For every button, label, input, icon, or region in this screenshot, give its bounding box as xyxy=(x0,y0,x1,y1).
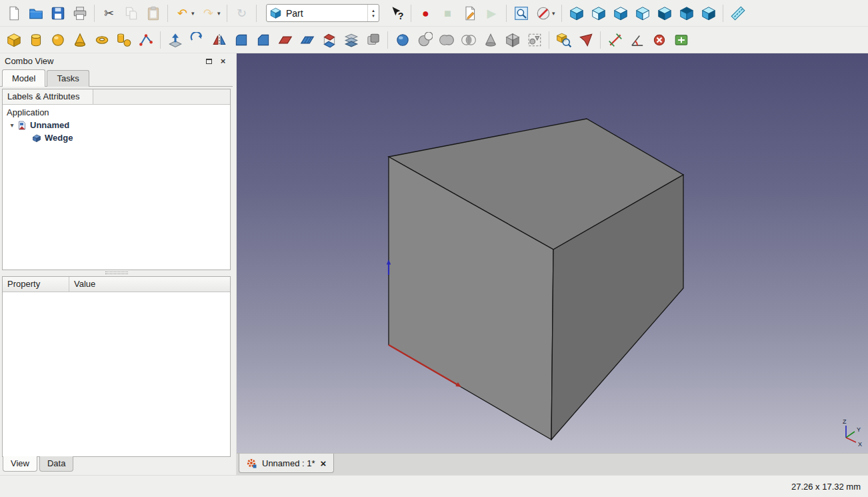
measure-linear-button[interactable] xyxy=(604,29,626,51)
view-rear-button[interactable] xyxy=(653,2,675,24)
expander-icon[interactable]: ▾ xyxy=(7,121,17,129)
close-panel-button[interactable]: × xyxy=(218,57,228,66)
part-box-button[interactable] xyxy=(3,29,25,51)
part-primitives-button[interactable] xyxy=(113,29,135,51)
boolean-button[interactable] xyxy=(391,29,413,51)
measure-toggle-3d-button[interactable] xyxy=(670,29,692,51)
new-document-button[interactable] xyxy=(3,2,25,24)
view-bottom-button[interactable] xyxy=(675,2,697,24)
toolbar-separator xyxy=(506,5,507,22)
application-label: Application xyxy=(7,107,49,117)
wedge-label: Wedge xyxy=(45,133,73,143)
macro-record-button[interactable]: ● xyxy=(415,2,437,24)
toolbar-separator xyxy=(561,5,562,22)
shape-builder-button[interactable] xyxy=(135,29,157,51)
workbench-selector[interactable]: Part ▴▾ xyxy=(266,4,379,22)
spin-down-icon: ▾ xyxy=(372,13,375,18)
view-rear-icon xyxy=(657,5,673,21)
save-document-icon xyxy=(50,5,66,21)
fillet-button[interactable] xyxy=(230,29,252,51)
view-right-button[interactable] xyxy=(631,2,653,24)
whats-this-button[interactable]: ? xyxy=(385,2,407,24)
wedge-solid[interactable] xyxy=(389,119,683,440)
tab-data[interactable]: Data xyxy=(39,456,73,472)
freecad-document-icon xyxy=(247,458,257,468)
split-objects-icon xyxy=(505,32,521,48)
part-cone-button[interactable] xyxy=(69,29,91,51)
sweep-icon xyxy=(343,32,359,48)
panel-title: Combo View xyxy=(5,56,53,66)
part-sphere-button[interactable] xyxy=(47,29,69,51)
make-face-button[interactable] xyxy=(274,29,296,51)
save-document-button[interactable] xyxy=(47,2,69,24)
cut-button[interactable]: ✂ xyxy=(98,2,120,24)
open-document-button[interactable] xyxy=(25,2,47,24)
tree-item-wedge[interactable]: Wedge xyxy=(3,131,230,144)
tree-item-document[interactable]: ▾ Unnamed xyxy=(3,119,230,131)
toolbar-separator xyxy=(411,5,411,22)
print-document-button[interactable] xyxy=(69,2,91,24)
view-isometric-button[interactable] xyxy=(565,2,587,24)
sweep-button[interactable] xyxy=(340,29,362,51)
extrude-button[interactable] xyxy=(164,29,186,51)
measure-distance-button[interactable] xyxy=(727,2,749,24)
measure-angular-button[interactable] xyxy=(626,29,648,51)
join-objects-button[interactable] xyxy=(479,29,501,51)
make-compound-icon xyxy=(527,32,543,48)
cut-icon: ✂ xyxy=(104,7,114,19)
paste-icon xyxy=(145,5,161,21)
chamfer-button[interactable] xyxy=(252,29,274,51)
mirror-button[interactable] xyxy=(208,29,230,51)
view-front-button[interactable] xyxy=(587,2,609,24)
panel-splitter[interactable] xyxy=(2,270,231,276)
check-geometry-icon xyxy=(556,32,572,48)
document-close-icon[interactable]: × xyxy=(321,458,327,468)
tab-view[interactable]: View xyxy=(3,456,37,472)
boolean-union-button[interactable] xyxy=(435,29,457,51)
main-area: Combo View × Model Tasks Labels & Attrib… xyxy=(0,53,868,475)
measure-clear-all-button[interactable] xyxy=(648,29,670,51)
draw-style-button[interactable] xyxy=(532,2,554,24)
splitter-grip-icon xyxy=(105,272,128,274)
draw-style-dropdown-icon[interactable]: ▾ xyxy=(552,10,558,17)
split-objects-button[interactable] xyxy=(501,29,523,51)
part-torus-button[interactable] xyxy=(91,29,113,51)
view-top-button[interactable] xyxy=(609,2,631,24)
check-geometry-button[interactable] xyxy=(553,29,575,51)
ruled-surface-button[interactable] xyxy=(296,29,318,51)
refresh-button: ↻ xyxy=(231,2,253,24)
boolean-intersection-button[interactable] xyxy=(457,29,479,51)
loft-button[interactable] xyxy=(318,29,340,51)
macro-edit-button[interactable] xyxy=(459,2,481,24)
wedge-icon xyxy=(32,133,41,143)
undo-button[interactable]: ↶ xyxy=(171,2,193,24)
freecad-window: ✂↶▾↷▾↻ Part ▴▾ ?●■▶▾ Combo View × Model … xyxy=(0,0,868,497)
ruled-surface-icon xyxy=(299,32,315,48)
float-panel-button[interactable] xyxy=(204,57,214,66)
revolve-button[interactable] xyxy=(186,29,208,51)
view-left-icon xyxy=(701,5,717,21)
tab-tasks[interactable]: Tasks xyxy=(47,70,89,87)
tab-model[interactable]: Model xyxy=(2,69,45,87)
box-zoom-button[interactable] xyxy=(510,2,532,24)
macro-stop-icon: ■ xyxy=(444,7,451,19)
undo-dropdown-icon[interactable]: ▾ xyxy=(191,10,197,17)
defeaturing-button[interactable] xyxy=(575,29,597,51)
property-table-body[interactable] xyxy=(3,292,230,457)
navigation-axis-cross: Z Y X xyxy=(837,417,865,448)
macro-record-icon: ● xyxy=(422,7,429,19)
document-tab[interactable]: Unnamed : 1* × xyxy=(239,454,334,473)
boolean-cut-button[interactable] xyxy=(413,29,435,51)
close-icon: × xyxy=(221,57,226,65)
make-compound-button[interactable] xyxy=(523,29,545,51)
3d-viewport[interactable]: Z Y X xyxy=(237,53,868,453)
combo-view-panel: Combo View × Model Tasks Labels & Attrib… xyxy=(0,53,233,475)
property-table-header: Property Value xyxy=(3,277,230,292)
part-cylinder-button[interactable] xyxy=(25,29,47,51)
copy-icon xyxy=(123,5,139,21)
tree-root-application[interactable]: Application xyxy=(3,106,230,119)
offset-button[interactable] xyxy=(362,29,384,51)
workbench-spinner[interactable]: ▴▾ xyxy=(367,5,379,21)
toolbar-view-group: ?●■▶▾ xyxy=(385,2,749,24)
view-left-button[interactable] xyxy=(697,2,719,24)
